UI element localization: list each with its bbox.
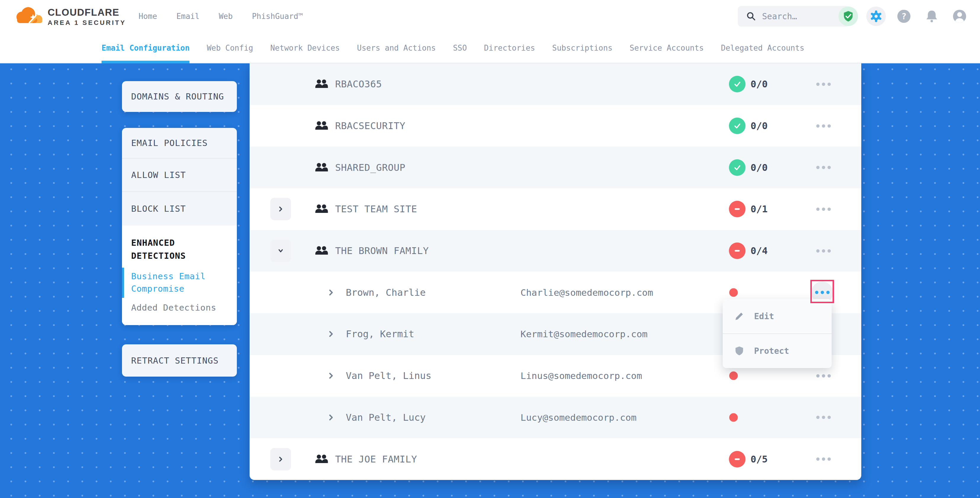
app-window: CLOUDFLARE AREA 1 SECURITY HomeEmailWebP… xyxy=(0,0,980,498)
sidebar-item-domains-routing[interactable]: DOMAINS & ROUTING xyxy=(122,81,237,112)
protected-count: 0/0 xyxy=(751,78,768,90)
chevron-right-icon xyxy=(327,414,335,421)
settings-button[interactable] xyxy=(866,6,886,26)
brand-name: CLOUDFLARE xyxy=(48,6,126,18)
nav-email[interactable]: Email xyxy=(177,12,200,21)
cloudflare-cloud-icon xyxy=(13,5,45,26)
chevron-right-icon xyxy=(327,330,335,338)
user-name: Van Pelt, Linus xyxy=(346,370,431,381)
app-header: CLOUDFLARE AREA 1 SECURITY HomeEmailWebP… xyxy=(0,0,980,33)
protected-count: 0/4 xyxy=(751,245,768,256)
svg-text:?: ? xyxy=(901,11,906,21)
group-name: TEST TEAM SITE xyxy=(335,204,417,215)
menu-item-label: Protect xyxy=(754,346,789,356)
group-icon xyxy=(315,204,328,214)
red-status-dot xyxy=(729,288,738,297)
tab-directories[interactable]: Directories xyxy=(484,33,535,64)
tab-bar: Email ConfigurationWeb ConfigNetwork Dev… xyxy=(102,33,804,64)
user-name: Brown, Charlie xyxy=(346,287,426,298)
tab-users-and-actions[interactable]: Users and Actions xyxy=(357,33,436,64)
group-icon xyxy=(315,121,328,131)
group-row: THE JOE FAMILY 0/5 xyxy=(250,438,861,480)
cloudflare-logo: CLOUDFLARE AREA 1 SECURITY xyxy=(13,2,126,27)
row-menu-button[interactable] xyxy=(809,365,838,387)
row-menu-button[interactable] xyxy=(809,198,838,220)
status-blocked-badge xyxy=(729,451,746,468)
group-icon xyxy=(315,454,328,465)
primary-nav: HomeEmailWebPhishGuard™ xyxy=(138,0,303,33)
tab-sso[interactable]: SSO xyxy=(453,33,467,64)
sidebar-item-block-list[interactable]: BLOCK LIST xyxy=(122,192,237,226)
check-icon xyxy=(732,162,742,173)
group-row: RBACSECURITY 0/0 xyxy=(250,105,861,147)
row-context-menu: Edit Protect xyxy=(723,299,832,368)
red-status-dot xyxy=(729,413,738,422)
enhanced-detections-title[interactable]: ENHANCED DETECTIONS xyxy=(131,236,228,263)
protection-status-button[interactable] xyxy=(838,6,858,26)
minus-icon xyxy=(732,246,742,256)
tab-network-devices[interactable]: Network Devices xyxy=(270,33,340,64)
nav-web[interactable]: Web xyxy=(219,12,233,21)
logo-text: CLOUDFLARE AREA 1 SECURITY xyxy=(48,2,126,27)
expand-toggle-button[interactable] xyxy=(270,448,291,471)
status-ok-badge xyxy=(729,118,746,134)
row-menu-button[interactable] xyxy=(809,407,838,428)
user-name: Van Pelt, Lucy xyxy=(346,412,426,423)
account-button[interactable] xyxy=(950,6,969,26)
sidebar-card-policies: EMAIL POLICIESALLOW LISTBLOCK LIST ENHAN… xyxy=(122,128,237,325)
expand-toggle-button[interactable] xyxy=(270,198,291,220)
tab-email-configuration[interactable]: Email Configuration xyxy=(102,33,189,64)
user-email: Kermit@somedemocorp.com xyxy=(520,329,648,339)
chevron-down-icon xyxy=(277,248,284,254)
tab-web-config[interactable]: Web Config xyxy=(207,33,253,64)
row-menu-button[interactable] xyxy=(809,448,838,470)
secondary-nav: Email ConfigurationWeb ConfigNetwork Dev… xyxy=(0,33,980,64)
notifications-button[interactable] xyxy=(922,6,942,26)
sidebar-item-allow-list[interactable]: ALLOW LIST xyxy=(122,159,237,192)
header-icons: ? xyxy=(838,0,969,33)
sidebar-card-domains: DOMAINS & ROUTING xyxy=(122,81,237,112)
group-name: THE JOE FAMILY xyxy=(335,453,417,465)
sidebar-item-business-email-compromise[interactable]: Business Email Compromise xyxy=(131,270,228,295)
search-icon xyxy=(746,11,756,21)
protected-count: 0/0 xyxy=(751,120,768,132)
sidebar-item-retract-settings[interactable]: RETRACT SETTINGS xyxy=(122,344,237,377)
menu-item-edit[interactable]: Edit xyxy=(723,299,832,333)
pencil-icon xyxy=(734,311,745,321)
nav-phishguard[interactable]: PhishGuard™ xyxy=(252,12,303,21)
group-row: SHARED_GROUP 0/0 xyxy=(250,146,861,188)
sidebar-card-retract: RETRACT SETTINGS xyxy=(122,344,237,377)
group-name: RBACSECURITY xyxy=(335,120,405,132)
tab-subscriptions[interactable]: Subscriptions xyxy=(552,33,612,64)
chevron-right-icon xyxy=(327,372,335,380)
tab-delegated-accounts[interactable]: Delegated Accounts xyxy=(721,33,804,64)
sidebar-item-added-detections[interactable]: Added Detections xyxy=(131,301,228,314)
red-status-dot xyxy=(729,372,738,380)
search-input[interactable]: Search… xyxy=(738,6,849,27)
user-email: Linus@somedemocorp.com xyxy=(520,371,642,381)
status-blocked-badge xyxy=(729,242,746,259)
group-icon xyxy=(315,245,328,256)
user-email: Lucy@somedemocorp.com xyxy=(520,412,636,423)
protected-count: 0/5 xyxy=(751,453,768,465)
group-name: THE BROWN FAMILY xyxy=(335,245,429,256)
row-menu-button[interactable] xyxy=(809,73,838,95)
row-menu-button[interactable] xyxy=(809,240,838,262)
expand-toggle-button[interactable] xyxy=(270,240,291,262)
help-button[interactable]: ? xyxy=(894,6,914,26)
menu-item-protect[interactable]: Protect xyxy=(723,333,832,368)
gear-icon xyxy=(870,10,883,23)
chevron-right-icon xyxy=(277,206,284,212)
protected-count: 0/0 xyxy=(751,162,768,173)
tab-service-accounts[interactable]: Service Accounts xyxy=(630,33,704,64)
group-icon xyxy=(315,79,328,89)
nav-home[interactable]: Home xyxy=(138,12,157,21)
user-row: Van Pelt, LucyLucy@somedemocorp.com xyxy=(250,397,861,439)
row-menu-button[interactable] xyxy=(809,115,838,137)
check-icon xyxy=(732,121,742,131)
status-ok-badge xyxy=(729,76,746,92)
minus-icon xyxy=(732,454,742,464)
sidebar-item-email-policies[interactable]: EMAIL POLICIES xyxy=(122,128,237,159)
check-icon xyxy=(732,79,742,89)
row-menu-button[interactable] xyxy=(809,157,838,178)
